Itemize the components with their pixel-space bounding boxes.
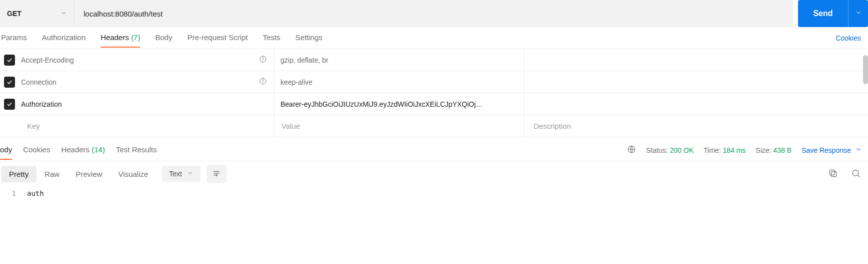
svg-rect-10: [832, 171, 836, 176]
resp-tab-cookies[interactable]: Cookies: [23, 140, 50, 160]
language-label: Text: [169, 170, 182, 178]
info-icon: [259, 77, 267, 87]
svg-rect-11: [830, 170, 834, 175]
tab-headers-count: (7): [131, 33, 140, 42]
line-number: 1: [0, 186, 22, 251]
resp-tab-headers-count: (14): [92, 145, 105, 154]
scrollbar[interactable]: [863, 55, 868, 84]
svg-point-5: [262, 79, 263, 80]
resp-tab-headers-label: Headers: [61, 145, 90, 154]
tab-settings[interactable]: Settings: [296, 28, 322, 48]
send-button[interactable]: Send: [798, 0, 848, 27]
chevron-down-icon: [187, 170, 194, 178]
chevron-down-icon: [60, 10, 67, 18]
chevron-down-icon: [855, 146, 862, 154]
tab-prerequest[interactable]: Pre-request Script: [188, 28, 248, 48]
svg-point-12: [852, 170, 858, 176]
tab-headers-label: Headers: [100, 33, 129, 42]
header-key[interactable]: Connection: [21, 78, 56, 86]
checkbox[interactable]: [4, 77, 15, 88]
tab-body[interactable]: Body: [155, 28, 172, 48]
status-meta: Status: 200 OK: [646, 146, 694, 154]
value-input[interactable]: [280, 121, 524, 131]
http-method-select[interactable]: GET: [0, 0, 74, 27]
language-select[interactable]: Text: [162, 166, 200, 182]
key-input[interactable]: [26, 121, 274, 131]
http-method-label: GET: [7, 10, 22, 18]
response-text[interactable]: auth: [22, 186, 44, 251]
svg-line-13: [858, 175, 860, 177]
resp-tab-headers[interactable]: Headers (14): [61, 140, 105, 160]
resp-tab-tests[interactable]: Test Results: [116, 140, 157, 160]
checkbox[interactable]: [4, 55, 15, 66]
header-key[interactable]: Accept-Encoding: [21, 56, 74, 64]
view-preview[interactable]: Preview: [68, 166, 110, 182]
tab-headers[interactable]: Headers (7): [100, 28, 140, 48]
desc-input[interactable]: [532, 121, 868, 131]
send-button-label: Send: [813, 9, 832, 18]
header-value[interactable]: Bearer-eyJhbGciOiJIUzUxMiJ9.eyJzdWIiOiJx…: [274, 93, 524, 115]
header-value[interactable]: gzip, deflate, br: [274, 49, 524, 71]
save-response-label: Save Response: [802, 146, 851, 154]
request-url-input[interactable]: [74, 0, 793, 27]
size-meta: Size: 438 B: [756, 146, 792, 154]
search-button[interactable]: [851, 168, 861, 180]
info-icon: [259, 55, 267, 65]
resp-tab-body[interactable]: ody: [0, 140, 12, 160]
table-row: Authorization Bearer-eyJhbGciOiJIUzUxMiJ…: [0, 93, 868, 115]
header-desc[interactable]: [524, 93, 868, 115]
response-body: 1 auth: [0, 186, 868, 251]
header-value[interactable]: keep-alive: [274, 71, 524, 93]
header-key[interactable]: Authorization: [21, 100, 62, 108]
table-row: Accept-Encoding gzip, deflate, br: [0, 49, 868, 71]
globe-icon[interactable]: [627, 145, 636, 155]
header-desc[interactable]: [524, 71, 868, 93]
checkbox[interactable]: [4, 99, 15, 110]
view-raw[interactable]: Raw: [36, 166, 68, 182]
send-options-button[interactable]: [848, 0, 868, 27]
header-desc[interactable]: [524, 49, 868, 71]
tab-params[interactable]: Params: [1, 28, 27, 48]
table-row-new: [0, 115, 868, 137]
time-meta: Time: 184 ms: [704, 146, 746, 154]
tab-authorization[interactable]: Authorization: [42, 28, 86, 48]
wrap-icon: [212, 169, 221, 179]
save-response-button[interactable]: Save Response: [802, 146, 862, 154]
view-pretty[interactable]: Pretty: [1, 166, 36, 182]
table-row: Connection keep-alive: [0, 71, 868, 93]
cookies-link[interactable]: Cookies: [836, 34, 861, 42]
copy-button[interactable]: [828, 168, 838, 180]
tab-tests[interactable]: Tests: [263, 28, 280, 48]
svg-point-2: [262, 57, 263, 58]
view-visualize[interactable]: Visualize: [110, 166, 156, 182]
wrap-lines-button[interactable]: [206, 165, 226, 183]
chevron-down-icon: [855, 9, 862, 18]
